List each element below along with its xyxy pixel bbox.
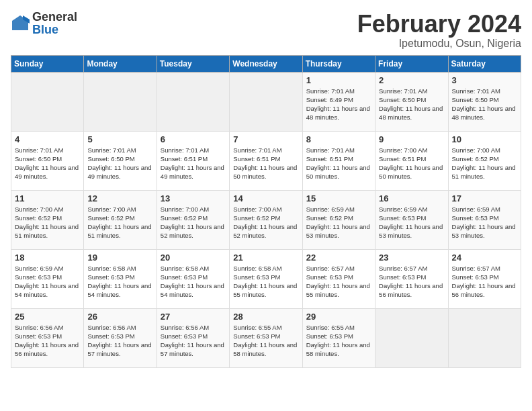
day-number: 9 (379, 134, 444, 144)
logo-icon (11, 14, 30, 33)
calendar-cell: 6Sunrise: 7:01 AM Sunset: 6:51 PM Daylig… (157, 131, 229, 190)
calendar-cell: 7Sunrise: 7:01 AM Sunset: 6:51 PM Daylig… (230, 131, 302, 190)
day-info: Sunrise: 7:01 AM Sunset: 6:50 PM Dayligh… (452, 87, 517, 122)
calendar-week-4: 18Sunrise: 6:59 AM Sunset: 6:53 PM Dayli… (11, 249, 521, 308)
calendar-cell (448, 308, 521, 367)
calendar-cell: 19Sunrise: 6:58 AM Sunset: 6:53 PM Dayli… (84, 249, 157, 308)
calendar-cell: 4Sunrise: 7:01 AM Sunset: 6:50 PM Daylig… (11, 131, 84, 190)
day-info: Sunrise: 7:01 AM Sunset: 6:50 PM Dayligh… (15, 146, 80, 181)
day-info: Sunrise: 7:00 AM Sunset: 6:52 PM Dayligh… (15, 205, 80, 240)
calendar-cell: 27Sunrise: 6:56 AM Sunset: 6:53 PM Dayli… (157, 308, 229, 367)
day-number: 22 (306, 253, 371, 263)
day-info: Sunrise: 7:01 AM Sunset: 6:51 PM Dayligh… (161, 146, 226, 181)
col-tuesday: Tuesday (157, 55, 229, 72)
day-info: Sunrise: 7:01 AM Sunset: 6:49 PM Dayligh… (306, 87, 371, 122)
calendar-cell: 12Sunrise: 7:00 AM Sunset: 6:52 PM Dayli… (84, 190, 157, 249)
calendar-cell: 18Sunrise: 6:59 AM Sunset: 6:53 PM Dayli… (11, 249, 84, 308)
calendar-subtitle: Ipetumodu, Osun, Nigeria (357, 38, 521, 50)
col-saturday: Saturday (448, 55, 521, 72)
day-info: Sunrise: 7:01 AM Sunset: 6:50 PM Dayligh… (379, 87, 444, 122)
col-thursday: Thursday (302, 55, 375, 72)
col-friday: Friday (375, 55, 448, 72)
calendar-cell: 26Sunrise: 6:56 AM Sunset: 6:53 PM Dayli… (84, 308, 157, 367)
day-number: 26 (87, 312, 152, 322)
col-monday: Monday (84, 55, 157, 72)
day-number: 17 (452, 193, 517, 203)
calendar-cell: 22Sunrise: 6:57 AM Sunset: 6:53 PM Dayli… (302, 249, 375, 308)
day-number: 6 (161, 134, 226, 144)
day-number: 16 (379, 193, 444, 203)
calendar-cell (157, 72, 229, 131)
calendar-cell (84, 72, 157, 131)
day-info: Sunrise: 6:55 AM Sunset: 6:53 PM Dayligh… (306, 323, 371, 359)
col-sunday: Sunday (11, 55, 84, 72)
title-area: February 2024 Ipetumodu, Osun, Nigeria (357, 11, 521, 50)
day-number: 29 (306, 312, 371, 322)
day-info: Sunrise: 7:00 AM Sunset: 6:52 PM Dayligh… (87, 205, 152, 240)
header: General Blue February 2024 Ipetumodu, Os… (11, 11, 521, 50)
day-number: 13 (161, 193, 226, 203)
day-number: 11 (15, 193, 80, 203)
logo-text: General Blue (32, 11, 77, 36)
calendar-cell: 16Sunrise: 6:59 AM Sunset: 6:53 PM Dayli… (375, 190, 448, 249)
day-info: Sunrise: 6:58 AM Sunset: 6:53 PM Dayligh… (233, 264, 298, 300)
calendar-table: Sunday Monday Tuesday Wednesday Thursday… (11, 55, 521, 368)
header-row: Sunday Monday Tuesday Wednesday Thursday… (11, 55, 521, 72)
day-number: 20 (161, 253, 226, 263)
day-number: 5 (87, 134, 152, 144)
day-info: Sunrise: 7:01 AM Sunset: 6:50 PM Dayligh… (87, 146, 152, 181)
calendar-week-1: 1Sunrise: 7:01 AM Sunset: 6:49 PM Daylig… (11, 72, 521, 131)
day-number: 10 (452, 134, 517, 144)
calendar-week-5: 25Sunrise: 6:56 AM Sunset: 6:53 PM Dayli… (11, 308, 521, 367)
calendar-week-3: 11Sunrise: 7:00 AM Sunset: 6:52 PM Dayli… (11, 190, 521, 249)
day-number: 24 (452, 253, 517, 263)
day-number: 15 (306, 193, 371, 203)
calendar-cell: 25Sunrise: 6:56 AM Sunset: 6:53 PM Dayli… (11, 308, 84, 367)
day-number: 27 (161, 312, 226, 322)
calendar-cell: 21Sunrise: 6:58 AM Sunset: 6:53 PM Dayli… (230, 249, 302, 308)
day-number: 12 (87, 193, 152, 203)
day-number: 28 (233, 312, 298, 322)
col-wednesday: Wednesday (230, 55, 302, 72)
day-info: Sunrise: 6:57 AM Sunset: 6:53 PM Dayligh… (379, 264, 444, 300)
calendar-cell: 17Sunrise: 6:59 AM Sunset: 6:53 PM Dayli… (448, 190, 521, 249)
calendar-cell: 8Sunrise: 7:01 AM Sunset: 6:51 PM Daylig… (302, 131, 375, 190)
calendar-cell: 2Sunrise: 7:01 AM Sunset: 6:50 PM Daylig… (375, 72, 448, 131)
calendar-title: February 2024 (357, 11, 521, 38)
calendar-cell: 13Sunrise: 7:00 AM Sunset: 6:52 PM Dayli… (157, 190, 229, 249)
day-info: Sunrise: 6:59 AM Sunset: 6:53 PM Dayligh… (379, 205, 444, 240)
day-number: 19 (87, 253, 152, 263)
day-info: Sunrise: 7:01 AM Sunset: 6:51 PM Dayligh… (233, 146, 298, 181)
calendar-cell: 24Sunrise: 6:57 AM Sunset: 6:53 PM Dayli… (448, 249, 521, 308)
day-number: 8 (306, 134, 371, 144)
calendar-cell: 20Sunrise: 6:58 AM Sunset: 6:53 PM Dayli… (157, 249, 229, 308)
day-info: Sunrise: 6:58 AM Sunset: 6:53 PM Dayligh… (87, 264, 152, 300)
day-info: Sunrise: 6:56 AM Sunset: 6:53 PM Dayligh… (161, 323, 226, 359)
day-info: Sunrise: 6:59 AM Sunset: 6:52 PM Dayligh… (306, 205, 371, 240)
day-info: Sunrise: 6:58 AM Sunset: 6:53 PM Dayligh… (161, 264, 226, 300)
calendar-cell: 5Sunrise: 7:01 AM Sunset: 6:50 PM Daylig… (84, 131, 157, 190)
day-number: 18 (15, 253, 80, 263)
day-number: 3 (452, 75, 517, 85)
day-number: 7 (233, 134, 298, 144)
day-info: Sunrise: 6:56 AM Sunset: 6:53 PM Dayligh… (15, 323, 80, 359)
calendar-cell: 15Sunrise: 6:59 AM Sunset: 6:52 PM Dayli… (302, 190, 375, 249)
day-number: 23 (379, 253, 444, 263)
calendar-cell: 9Sunrise: 7:00 AM Sunset: 6:51 PM Daylig… (375, 131, 448, 190)
calendar-cell: 10Sunrise: 7:00 AM Sunset: 6:52 PM Dayli… (448, 131, 521, 190)
calendar-cell: 11Sunrise: 7:00 AM Sunset: 6:52 PM Dayli… (11, 190, 84, 249)
day-info: Sunrise: 7:01 AM Sunset: 6:51 PM Dayligh… (306, 146, 371, 181)
day-number: 1 (306, 75, 371, 85)
calendar-cell: 3Sunrise: 7:01 AM Sunset: 6:50 PM Daylig… (448, 72, 521, 131)
day-number: 4 (15, 134, 80, 144)
day-number: 14 (233, 193, 298, 203)
calendar-cell: 29Sunrise: 6:55 AM Sunset: 6:53 PM Dayli… (302, 308, 375, 367)
day-info: Sunrise: 7:00 AM Sunset: 6:51 PM Dayligh… (379, 146, 444, 181)
logo: General Blue (11, 11, 77, 36)
calendar-week-2: 4Sunrise: 7:01 AM Sunset: 6:50 PM Daylig… (11, 131, 521, 190)
day-number: 21 (233, 253, 298, 263)
calendar-cell: 1Sunrise: 7:01 AM Sunset: 6:49 PM Daylig… (302, 72, 375, 131)
day-info: Sunrise: 6:57 AM Sunset: 6:53 PM Dayligh… (306, 264, 371, 300)
calendar-cell: 14Sunrise: 7:00 AM Sunset: 6:52 PM Dayli… (230, 190, 302, 249)
day-info: Sunrise: 6:56 AM Sunset: 6:53 PM Dayligh… (87, 323, 152, 359)
